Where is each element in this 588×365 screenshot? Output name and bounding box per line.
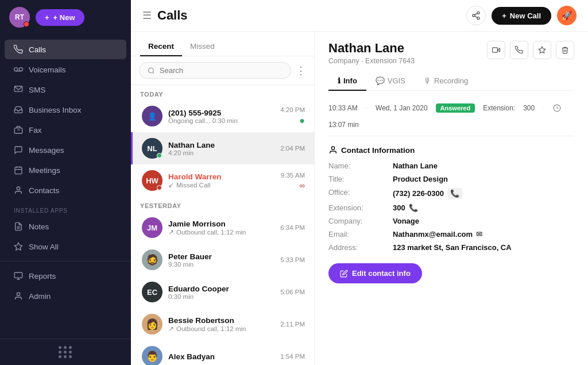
sidebar-item-fax-label: Fax	[29, 126, 42, 135]
sidebar-item-business-inbox[interactable]: Business Inbox	[5, 100, 126, 120]
call-sub: ↗ Outbound call, 1:12 min	[168, 228, 274, 236]
email-value: Nathanmx@email.com ✉	[393, 230, 574, 239]
video-icon	[492, 46, 500, 54]
star-button[interactable]	[533, 41, 551, 59]
sidebar-item-notes[interactable]: Notes	[5, 217, 126, 236]
clock-icon	[553, 104, 561, 112]
call-item[interactable]: NL Nathan Lane 4:20 min 2:04 PM	[131, 132, 314, 164]
call-avatar: HW	[142, 170, 163, 191]
search-bar: ⋮	[131, 56, 314, 85]
sidebar-header: RT + + New	[0, 0, 131, 34]
call-avatar: 👨	[142, 346, 163, 365]
edit-icon	[340, 270, 348, 278]
sidebar-item-show-all[interactable]: Show All	[5, 237, 126, 256]
call-name: Peter Bauer	[168, 252, 274, 261]
detail-tab-info[interactable]: ℹ Info	[328, 72, 366, 91]
svg-point-18	[17, 293, 20, 295]
call-name: Harold Warren	[168, 172, 275, 181]
page-title: Calls	[157, 8, 188, 23]
search-input-wrap[interactable]	[139, 62, 291, 79]
today-label: Today	[131, 85, 314, 100]
new-button[interactable]: + + New	[36, 9, 84, 26]
app-grid-icon[interactable]	[59, 346, 72, 358]
new-call-button[interactable]: + New Call	[492, 7, 551, 25]
contacts-icon	[14, 186, 23, 195]
call-avatar: 👩	[142, 314, 163, 335]
rocket-icon-button[interactable]: 🚀	[557, 6, 577, 25]
inbox-icon	[14, 105, 23, 114]
notes-icon	[14, 222, 23, 231]
call-avatar: EC	[142, 282, 163, 302]
star-icon	[14, 242, 23, 251]
svg-point-19	[477, 11, 479, 14]
sidebar-item-reports[interactable]: Reports	[5, 266, 126, 286]
svg-point-0	[14, 68, 18, 71]
share-icon-button[interactable]	[466, 6, 486, 25]
calls-scroll: Today 👤 (201) 555-9925 Ongoing call... 0…	[131, 85, 314, 365]
video-button[interactable]	[487, 41, 505, 59]
address-value: 123 market St, San Francisco, CA	[393, 243, 574, 252]
sidebar-item-fax[interactable]: Fax	[5, 120, 126, 140]
office-label: Office:	[328, 188, 386, 199]
call-sub: ↙ Missed Call	[168, 181, 275, 189]
sidebar-item-sms-label: SMS	[29, 86, 45, 94]
sidebar-item-sms[interactable]: SMS	[5, 80, 126, 99]
contact-actions	[487, 41, 574, 59]
sidebar-item-voicemails-label: Voicemails	[29, 66, 66, 74]
star-icon	[538, 46, 546, 54]
sidebar-item-messages[interactable]: Messages	[5, 140, 126, 160]
svg-point-30	[331, 147, 334, 149]
sidebar-item-calls[interactable]: Calls	[5, 40, 126, 59]
call-name: Bessie Robertson	[168, 316, 274, 325]
svg-marker-14	[14, 243, 22, 250]
search-input[interactable]	[160, 66, 283, 75]
status-dot	[157, 153, 162, 158]
delete-button[interactable]	[556, 41, 574, 59]
call-item[interactable]: HW Harold Warren ↙ Missed Call 9:35 AM ∞	[131, 164, 314, 197]
sidebar-nav: Calls Voicemails SMS Business Inbox Fax …	[0, 34, 131, 339]
extension-field-label: Extension:	[328, 203, 386, 212]
call-item[interactable]: EC Eduardo Cooper 0:30 min 5:06 PM	[131, 276, 314, 308]
call-name: Jamie Morrison	[168, 220, 274, 228]
svg-rect-7	[15, 167, 22, 174]
call-item[interactable]: JM Jamie Morrison ↗ Outbound call, 1:12 …	[131, 212, 314, 244]
call-item[interactable]: 🧔 Peter Bauer 9:30 min 5:33 PM	[131, 244, 314, 276]
edit-contact-button[interactable]: Edit contact info	[328, 263, 422, 283]
yesterday-label: Yesterday	[131, 197, 314, 212]
call-sub: 9:30 min	[168, 261, 274, 268]
svg-point-20	[473, 14, 475, 17]
sidebar-item-admin-label: Admin	[29, 292, 51, 301]
contact-subtitle: Company · Extension 7643	[328, 57, 415, 65]
contact-header: Nathan Lane Company · Extension 7643	[328, 41, 574, 65]
call-item[interactable]: 👨 Alex Badyan 1:54 PM	[131, 340, 314, 365]
fax-icon	[14, 125, 23, 135]
detail-tab-recording[interactable]: 🎙 Recording	[415, 72, 477, 91]
more-options-icon[interactable]: ⋮	[296, 64, 306, 77]
call-time: 10:33 AM	[328, 104, 358, 112]
call-sub: 0:30 min	[168, 293, 274, 300]
tab-missed[interactable]: Missed	[182, 37, 223, 56]
title-value: Product Design	[393, 175, 574, 183]
sidebar-item-meetings[interactable]: Meetings	[5, 160, 126, 180]
detail-tab-vgis[interactable]: 💬 VGIS	[366, 72, 415, 91]
info-tab-icon: ℹ	[338, 76, 341, 85]
call-sub: 4:20 min	[168, 149, 274, 156]
tab-recent[interactable]: Recent	[140, 37, 182, 56]
sidebar-item-admin[interactable]: Admin	[5, 286, 126, 306]
sidebar-item-reports-label: Reports	[29, 272, 56, 281]
sidebar-item-contacts[interactable]: Contacts	[5, 180, 126, 200]
sidebar-item-show-all-label: Show All	[29, 243, 59, 251]
call-avatar: NL	[142, 138, 163, 159]
call-meta-bar: 10:33 AM · Wed, 1 Jan 2020 Answered Exte…	[328, 99, 574, 136]
svg-point-1	[19, 68, 22, 71]
office-phone-icon[interactable]: 📞	[447, 188, 462, 199]
call-item[interactable]: 👤 (201) 555-9925 Ongoing call... 0:30 mi…	[131, 100, 314, 132]
call-item[interactable]: 👩 Bessie Robertson ↗ Outbound call, 1:12…	[131, 308, 314, 340]
sidebar-item-voicemails[interactable]: Voicemails	[5, 60, 126, 79]
call-sub: Ongoing call... 0:30 min	[168, 117, 274, 124]
call-avatar: 👤	[142, 106, 163, 126]
hamburger-icon[interactable]: ☰	[142, 9, 152, 22]
recording-tab-icon: 🎙	[424, 76, 431, 85]
call-tabs: Recent Missed	[131, 32, 314, 56]
call-button[interactable]	[510, 41, 528, 59]
